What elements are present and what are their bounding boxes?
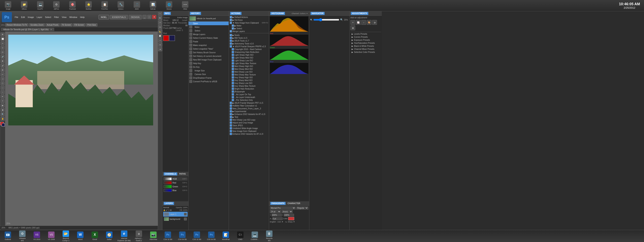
fill-screen-btn[interactable]: Fill Screen: [73, 23, 85, 26]
layers-tab[interactable]: LAYERS: [164, 202, 174, 205]
taskbar-item-safari[interactable]: 🧭 Safari: [102, 230, 116, 242]
ps-document-tab[interactable]: Hillside On Tenerife.psd @ 25% (Layer 1,…: [1, 28, 54, 31]
history-item-brush-source[interactable]: Set History Brush Source: [188, 51, 228, 54]
action-unidistort[interactable]: Unidistort Wide Angle Image: [229, 127, 269, 130]
ps-menu-select[interactable]: Select: [44, 16, 52, 19]
taskbar-top-icon-slutstar[interactable]: ⭐ SlutStar: [80, 0, 96, 11]
resize-windows-btn[interactable]: Resize Windows To Fit: [5, 23, 28, 26]
taskbar-item-word[interactable]: W Word: [73, 230, 87, 242]
taskbar-top-icon-jdolsco[interactable]: 🔧 Jdolsco: [113, 0, 129, 11]
history-item-imgsize[interactable]: Image Size: [188, 69, 228, 72]
paths-tab[interactable]: PATHS: [178, 172, 187, 175]
tool-shape[interactable]: ◆: [0, 108, 5, 112]
info-tab[interactable]: INFO: [164, 12, 171, 15]
nav-zoom-out-icon[interactable]: 🔍: [310, 19, 312, 21]
action-experimental[interactable]: ▶Experimental: [229, 110, 269, 113]
ps-menu-filter[interactable]: Filter: [53, 16, 60, 19]
history-item-merge[interactable]: Merge Layers: [188, 33, 228, 36]
action-ms-tex[interactable]: Med Sharp Max Texture: [229, 73, 269, 76]
scrubby-zoom-btn[interactable]: Scrubby Zoom: [29, 23, 45, 26]
font-leading[interactable]: (Auto): [282, 210, 292, 213]
window-close[interactable]: ✕: [152, 15, 156, 19]
adj-curves-presets[interactable]: ▶ Curves Presets: [350, 36, 381, 39]
fit-screen-btn[interactable]: Fit Screen: [60, 23, 72, 26]
adj-icon-levels[interactable]: ▦: [350, 25, 355, 30]
adj-bw-presets[interactable]: ▶ Black & White Presets: [350, 45, 381, 48]
channels-tab[interactable]: CHANNELS: [164, 172, 177, 175]
action-per-sel[interactable]: ...Per Selection Only: [229, 99, 269, 101]
taskbar-item-vs2010[interactable]: VS VS 2010: [30, 230, 44, 242]
print-size-btn[interactable]: Print Size: [86, 23, 98, 26]
tool-healing[interactable]: ✚: [0, 59, 5, 63]
window-maximize[interactable]: □: [147, 15, 151, 19]
tool-rotate[interactable]: ↺: [158, 21, 162, 25]
action-astronomy[interactable]: ▶Astronomy Tools v1.6: [229, 42, 269, 45]
ps-menu-file[interactable]: File: [14, 16, 20, 19]
tool-3d[interactable]: 3D: [158, 25, 162, 29]
font-tracking[interactable]: [272, 214, 282, 216]
tool-patch[interactable]: ◈: [158, 47, 162, 51]
action-ls-tex[interactable]: Light Sharp Max Texture: [229, 62, 269, 65]
tab-close-icon[interactable]: ✕: [50, 29, 52, 31]
taskbar-top-icon-offices[interactable]: 📁 Offices: [16, 0, 32, 11]
tool-eraser[interactable]: ◻: [0, 77, 5, 81]
history-item-set-doc[interactable]: Set History of current document: [188, 54, 228, 58]
adj-icon-curves[interactable]: 📈: [356, 20, 361, 25]
history-item-cansize[interactable]: Canvas Size: [188, 72, 228, 76]
adj-hue-presets[interactable]: ▶ Hue/Saturation Presets: [350, 42, 381, 45]
action-new-img2[interactable]: New Image from Clipboard: [229, 130, 269, 133]
layer-item-bg[interactable]: background: [163, 217, 188, 221]
taskbar-item-ie[interactable]: e InternetExplorer (64 Bit): [117, 230, 132, 242]
history-item-select-state[interactable]: Select Current History State: [188, 36, 228, 40]
action-ms-low-copy[interactable]: Med Sharp Low ISO copy: [229, 118, 269, 121]
tool-move[interactable]: ✥: [0, 33, 5, 37]
action-ls-med[interactable]: Light Sharp Med ISO: [229, 56, 269, 59]
tool-info-2[interactable]: ℹ: [158, 12, 162, 16]
action-ms-high[interactable]: Med Sharp High ISO: [229, 65, 269, 68]
action-adj-crop[interactable]: Adjust and Crop Image: [229, 121, 269, 124]
fg-swatch[interactable]: [163, 35, 169, 41]
taskbar-item-vmware[interactable]: ⚙ VMwareWS: [15, 230, 30, 242]
action-dslr-pr7[interactable]: ▶dSLR Fractal Sharpen PR7 v1.5: [229, 101, 269, 104]
tool-zoom-2[interactable]: 🔍: [158, 16, 162, 20]
action-enhance-dso[interactable]: ▶Enhance DSO Variants for AT v1.9: [229, 113, 269, 115]
taskbar-item-outlook[interactable]: 📧 Outlook: [1, 230, 15, 242]
adj-icon-hue[interactable]: 🎨: [367, 20, 372, 25]
history-tab[interactable]: HISTORY: [190, 12, 201, 15]
font-leading-2[interactable]: [284, 214, 294, 216]
ps-menu-layer[interactable]: Layer: [36, 16, 44, 19]
background-color[interactable]: [2, 123, 5, 127]
actual-pixels-btn[interactable]: Actual Pixels: [46, 23, 60, 26]
history-item-paste[interactable]: Paste: [188, 40, 228, 43]
tool-eyedropper[interactable]: 💉: [0, 55, 5, 59]
taskbar-item-codewright[interactable]: 💻 CodeWr...: [248, 230, 262, 242]
font-kerning[interactable]: [272, 217, 282, 220]
layer-item-1[interactable]: Layer 1: [163, 212, 188, 217]
action-ms-med[interactable]: Med Sharp Med ISO: [229, 68, 269, 70]
histogram-tab[interactable]: HISTOGRAM: [270, 12, 285, 15]
font-color[interactable]: [288, 217, 294, 220]
action-default[interactable]: ✓ ▶Default Actions: [229, 16, 269, 19]
action-invy-high[interactable]: Invy Sharp High ISO: [229, 76, 269, 79]
action-copyright[interactable]: Copyright 2010 - Noel Carboni: [229, 48, 269, 51]
adj-icon-brightness[interactable]: ☀: [350, 20, 355, 25]
adjustments-tab[interactable]: ADJUSTMENTS: [351, 12, 368, 15]
taskbar-top-icon-asio[interactable]: 🎵 ASIO: [129, 0, 145, 11]
nav-zoom-slider[interactable]: [313, 18, 339, 21]
taskbar-item-beyond[interactable]: 📂 BeyondCompr 3: [59, 230, 73, 242]
action-dslr-fractal[interactable]: ▼dSLR Fractal Sharpen PR/PR v1.5: [229, 45, 269, 48]
action-bright-halo[interactable]: Bright Halo Reduction: [229, 87, 269, 90]
channel-green[interactable]: GreenCtrl+2: [163, 185, 188, 188]
action-new-doc[interactable]: New_Document_From_Layer_3: [229, 107, 269, 110]
action-enhance-dso2[interactable]: Enhance DSO Variants for AT v1.9: [229, 133, 269, 135]
ps-menu-help[interactable]: Help: [79, 16, 86, 19]
taskbar-item-irfanview[interactable]: 📷 IrfanView: [146, 230, 160, 242]
history-item-do[interactable]: Do Key: [188, 65, 228, 69]
tool-pen[interactable]: ✒: [0, 95, 5, 99]
action-dslr-tools[interactable]: ▶dSLR Tools v1.7: [229, 39, 269, 42]
action-ls-high[interactable]: Light Sharp High ISO: [229, 53, 269, 56]
taskbar-top-icon-gloess[interactable]: 🌐 Gloess: [161, 0, 177, 11]
tool-measure[interactable]: 📐: [158, 30, 162, 34]
adj-icon-exposure[interactable]: ○: [361, 20, 366, 25]
history-item-snapshot[interactable]: Make snapshot: [188, 43, 228, 47]
